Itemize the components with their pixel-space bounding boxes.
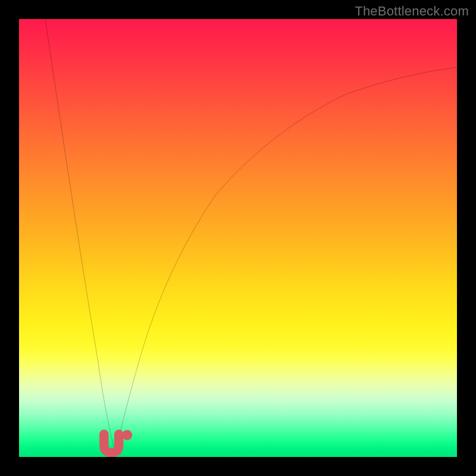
chart-frame: TheBottleneck.com	[0, 0, 476, 476]
curve-right	[115, 67, 457, 453]
curve-left	[45, 19, 115, 453]
plot-area	[19, 19, 457, 457]
watermark-text: TheBottleneck.com	[355, 4, 469, 19]
marker-dot	[122, 430, 132, 440]
curve-overlay	[19, 19, 457, 457]
